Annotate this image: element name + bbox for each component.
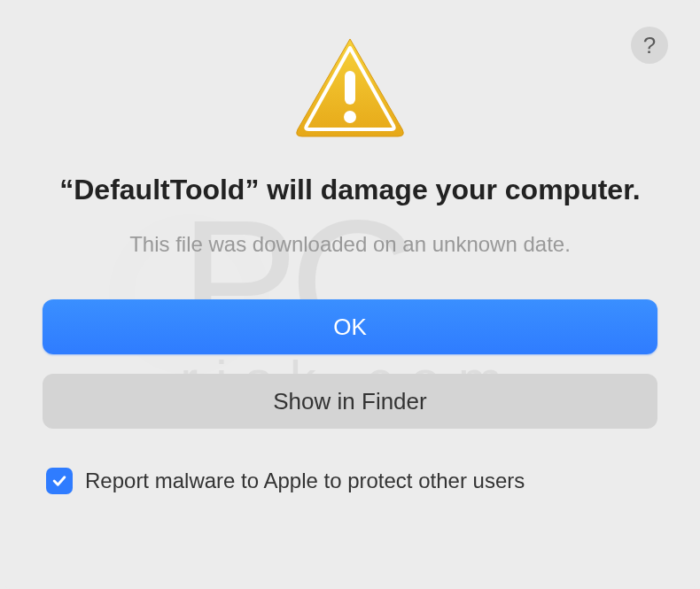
dialog-subtitle: This file was downloaded on an unknown d… (129, 232, 571, 257)
svg-point-1 (344, 111, 356, 123)
warning-icon (292, 34, 408, 143)
help-icon: ? (643, 32, 656, 59)
svg-rect-0 (345, 71, 355, 105)
report-malware-checkbox[interactable] (46, 468, 73, 494)
report-malware-row: Report malware to Apple to protect other… (43, 468, 657, 494)
help-button[interactable]: ? (631, 27, 668, 64)
checkmark-icon (51, 472, 68, 490)
report-malware-label: Report malware to Apple to protect other… (85, 469, 525, 493)
ok-button[interactable]: OK (43, 299, 657, 354)
button-stack: OK Show in Finder (43, 299, 657, 429)
dialog-title: “DefaultToold” will damage your computer… (59, 172, 640, 207)
malware-warning-dialog: PC risk.com ? “DefaultToold” will damage… (0, 0, 700, 589)
ok-button-label: OK (333, 314, 367, 341)
show-in-finder-button[interactable]: Show in Finder (43, 374, 657, 429)
show-in-finder-label: Show in Finder (273, 388, 426, 415)
